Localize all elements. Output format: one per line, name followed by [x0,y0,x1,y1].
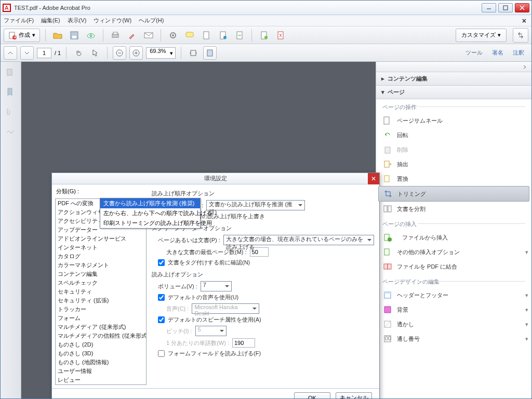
category-item[interactable]: レビュー [56,376,146,384]
toolbar-nav: / 1 69.3%▾ ツール 署名 注釈 [1,44,531,62]
select-icon[interactable] [88,46,102,60]
item-combine-pdf[interactable]: ファイルを PDF に結合 [376,259,531,274]
category-item[interactable]: セキュリティ (拡張) [56,296,146,305]
item-trim[interactable]: トリミング [378,186,529,202]
menu-file[interactable]: ファイル(F) [4,17,34,24]
doc5-icon[interactable] [274,29,287,42]
item-rotate[interactable]: 回転 [376,128,531,142]
category-item[interactable]: スペルチェック [56,278,146,287]
ok-button[interactable]: OK [294,392,330,399]
category-item[interactable]: ユーザー情報 [56,367,146,376]
comment-tab[interactable]: 注釈 [513,49,524,57]
category-item[interactable]: 検索 [56,384,146,385]
dropdown-option[interactable]: 文書から読み上げ順序を推測 (推奨) [100,198,200,208]
category-item[interactable]: インターネット [56,243,146,252]
menu-help[interactable]: ヘルプ(H) [139,17,164,24]
dialog-titlebar: 環境設定 ✕ [52,173,379,184]
zoom-in-icon[interactable] [129,46,143,60]
item-watermark[interactable]: 透かし▾ [376,317,531,331]
volume-select[interactable]: 7 [201,281,232,291]
page-or-doc-select[interactable]: 大きな文書の場合、現在表示されているページのみを読み上げる [223,235,374,245]
doc4-icon[interactable] [257,29,271,42]
item-bates[interactable]: 001通し番号▾ [376,331,531,346]
save-icon[interactable] [68,29,81,42]
mail-icon[interactable] [142,29,155,42]
menu-view[interactable]: 表示(V) [68,17,87,24]
confirm-tag-checkbox[interactable] [158,259,165,266]
page-up-icon[interactable] [4,46,17,60]
category-item[interactable]: セキュリティ [56,287,146,296]
fit-page-icon[interactable] [203,46,217,60]
hand-icon[interactable] [72,46,85,60]
expand-icon[interactable] [513,28,528,43]
cancel-button[interactable]: キャンセル [336,392,372,399]
section-content-edit[interactable]: ▸コンテンツ編集 [376,72,531,86]
read-form-checkbox[interactable] [158,350,165,357]
item-replace[interactable]: 置換 [376,171,531,186]
cloud-icon[interactable] [84,29,98,42]
category-item[interactable]: アドビオンラインサービス [56,234,146,243]
page-input[interactable] [37,48,51,58]
default-voice-checkbox[interactable] [158,294,165,301]
doc2-icon[interactable] [216,29,230,42]
item-background[interactable]: 背景▾ [376,302,531,317]
default-attr-checkbox[interactable] [158,316,165,323]
svg-text:A: A [5,5,9,11]
category-item[interactable]: トラッカー [56,305,146,314]
section-pages[interactable]: ▾ページ [376,86,531,99]
chevron-down-icon: ▾ [525,321,528,328]
item-insert-file[interactable]: ファイルから挿入 [376,230,531,245]
doc3-icon[interactable] [233,29,246,42]
menu-window[interactable]: ウィンドウ(W) [94,17,131,24]
category-item[interactable]: フォーム [56,314,146,323]
category-item[interactable]: カラーマネジメント [56,261,146,270]
dropdown-option[interactable]: 左から右、上から下への順序で読み上げる [100,208,200,218]
maximize-button[interactable] [498,3,513,12]
bookmark-rail-icon[interactable] [6,88,16,97]
menubar-close-icon[interactable]: × [522,17,528,25]
page-down-icon[interactable] [20,46,34,60]
zoom-out-icon[interactable] [113,46,126,60]
print-icon[interactable] [109,29,122,42]
item-more-insert[interactable]: その他の挿入オプション▾ [376,245,531,259]
tools-tab[interactable]: ツール [466,49,483,57]
sign-tab[interactable]: 署名 [492,49,503,57]
menu-edit[interactable]: 編集(E) [41,17,60,24]
attach-rail-icon[interactable] [6,108,16,117]
zoom-select[interactable]: 69.3%▾ [146,47,176,59]
minimize-button[interactable] [482,3,496,12]
doc1-icon[interactable] [200,29,213,42]
dropdown-option[interactable]: 印刷ストリーミングの読み上げ順序を使用 [100,218,200,228]
item-extract[interactable]: 抽出 [376,157,531,171]
category-item[interactable]: マルチメディアの信頼性 (従来形式) [56,331,146,340]
pages-rail-icon[interactable] [6,68,16,77]
close-button[interactable] [515,3,529,12]
comment-icon[interactable] [183,29,196,42]
svg-rect-43 [384,264,388,269]
customize-button[interactable]: カスタマイズ▾ [456,29,507,42]
category-item[interactable]: ものさし (2D) [56,340,146,349]
item-split[interactable]: 文書を分割 [376,202,531,216]
category-item[interactable]: マルチメディア (従来形式) [56,323,146,331]
category-item[interactable]: カタログ [56,252,146,261]
item-header-footer[interactable]: ヘッダーとフッター▾ [376,288,531,302]
chevron-down-icon: ▾ [170,50,173,57]
chevron-down-icon: ▾ [525,307,528,313]
panel-collapse-icon[interactable] [376,62,531,72]
chevron-down-icon: ▾ [498,32,501,38]
fit-width-icon[interactable] [187,46,200,60]
category-item[interactable]: ものさし (3D) [56,349,146,358]
document-area: 環境設定 ✕ 分類(G) : PDF への変換アクションウィザードアクセシビリテ… [21,62,376,398]
open-icon[interactable] [51,29,64,42]
reading-order-dropdown[interactable]: 文書から読み上げ順序を推測 (推奨)左から右、上から下への順序で読み上げる印刷ス… [100,198,201,229]
group-page-insert: ページの挿入 [376,216,531,230]
sign-rail-icon[interactable] [6,127,16,137]
category-item[interactable]: コンテンツ編集 [56,270,146,278]
category-item[interactable]: ものさし (地図情報) [56,358,146,367]
item-thumbnails[interactable]: ページサムネール [376,113,531,128]
svg-rect-11 [72,36,76,38]
gear-icon[interactable] [166,29,180,42]
brush-icon[interactable] [125,29,139,42]
reading-order-select[interactable]: 文書から読み上げ順序を推測 (推奨) [206,200,305,210]
create-button[interactable]: + 作成 ▾ [4,29,40,42]
